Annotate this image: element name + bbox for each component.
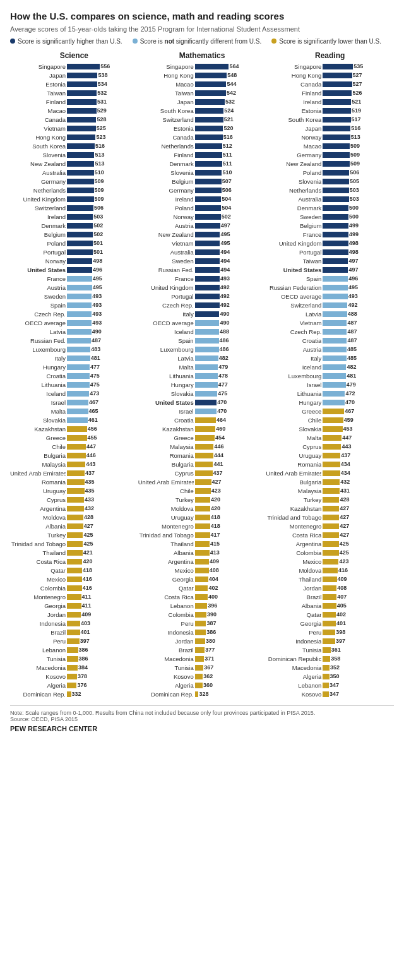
country-name: France xyxy=(138,275,194,282)
score-label: 511 xyxy=(223,152,232,158)
bar-container: 416 xyxy=(323,567,394,573)
score-label: 503 xyxy=(93,213,103,220)
score-label: 360 xyxy=(203,682,213,688)
bar-container: 493 xyxy=(67,311,138,317)
table-row: Kazakhstan427 xyxy=(266,505,394,513)
score-bar xyxy=(323,285,348,290)
score-label: 538 xyxy=(98,72,107,78)
score-bar xyxy=(67,64,100,69)
score-label: 502 xyxy=(93,231,103,237)
score-label: 411 xyxy=(82,594,92,600)
score-label: 481 xyxy=(91,355,100,361)
score-bar xyxy=(323,347,347,352)
bar-container: 456 xyxy=(67,426,138,432)
score-bar xyxy=(67,364,90,370)
score-label: 441 xyxy=(213,461,223,467)
country-name: Germany xyxy=(138,187,194,194)
math-column: Mathematics Singapore564Hong Kong548Maca… xyxy=(138,51,266,699)
score-bar xyxy=(67,232,93,237)
country-name: Malta xyxy=(266,434,321,441)
score-bar xyxy=(323,81,352,87)
bar-container: 431 xyxy=(323,487,394,494)
table-row: Chile447 xyxy=(10,443,138,451)
score-bar xyxy=(67,161,94,167)
country-name: Germany xyxy=(10,178,66,185)
bar-container: 350 xyxy=(323,673,394,679)
score-label: 418 xyxy=(211,523,220,529)
bar-container: 503 xyxy=(323,196,394,202)
bar-container: 492 xyxy=(195,284,266,290)
score-bar xyxy=(323,444,341,450)
score-bar xyxy=(195,532,210,538)
table-row: Costa Rica400 xyxy=(138,593,266,601)
score-label: 427 xyxy=(340,523,349,529)
table-row: Iceland488 xyxy=(138,328,266,336)
table-row: Thailand415 xyxy=(138,540,266,548)
country-name: Thailand xyxy=(10,549,66,556)
table-row: New Zealand509 xyxy=(266,160,394,168)
country-name: South Korea xyxy=(266,116,321,123)
country-name: United Kingdom xyxy=(266,240,321,247)
bar-container: 487 xyxy=(323,337,394,344)
country-name: Croatia xyxy=(266,337,321,344)
bar-container: 492 xyxy=(323,302,394,308)
table-row: Argentina425 xyxy=(266,540,394,548)
score-label: 408 xyxy=(337,585,347,591)
score-label: 495 xyxy=(93,284,102,290)
bar-container: 441 xyxy=(195,461,266,467)
country-name: Lebanon xyxy=(138,602,194,609)
country-name: Kazakhstan xyxy=(10,426,66,433)
score-bar xyxy=(323,241,348,246)
bar-container: 481 xyxy=(67,355,138,361)
country-name: Poland xyxy=(138,205,194,212)
score-bar xyxy=(195,232,220,237)
data-columns: Science Singapore556Japan538Estonia534Ta… xyxy=(10,51,394,699)
score-bar xyxy=(195,285,220,290)
score-bar xyxy=(67,400,88,405)
table-row: Vietnam525 xyxy=(10,124,138,133)
bar-container: 401 xyxy=(67,629,138,635)
country-name: Hungary xyxy=(10,364,66,371)
table-row: Kazakhstan456 xyxy=(10,425,138,433)
country-name: New Zealand xyxy=(138,231,194,238)
bar-container: 416 xyxy=(67,585,138,591)
table-row: Kosovo378 xyxy=(10,672,138,681)
table-row: Georgia404 xyxy=(138,575,266,583)
score-bar xyxy=(195,117,223,122)
table-row: Croatia487 xyxy=(266,337,394,345)
bar-container: 380 xyxy=(195,638,266,644)
score-label: 487 xyxy=(92,337,101,344)
country-name: Czech Rep. xyxy=(138,302,194,309)
bar-container: 416 xyxy=(67,576,138,582)
score-label: 454 xyxy=(215,434,225,441)
score-label: 486 xyxy=(220,337,229,344)
country-name: Estonia xyxy=(138,125,194,132)
score-label: 411 xyxy=(82,602,92,609)
bar-container: 493 xyxy=(67,293,138,299)
table-row: United States470 xyxy=(138,398,266,407)
score-label: 367 xyxy=(204,664,213,671)
score-bar xyxy=(67,338,91,344)
country-name: OECD average xyxy=(266,293,321,300)
score-label: 427 xyxy=(340,514,349,520)
score-label: 564 xyxy=(229,63,239,69)
table-row: Greece467 xyxy=(266,407,394,415)
bar-container: 513 xyxy=(67,152,138,158)
table-row: Vietnam487 xyxy=(266,319,394,327)
score-label: 542 xyxy=(227,90,236,96)
table-row: OECD average493 xyxy=(266,292,394,301)
country-name: Brazil xyxy=(266,594,321,601)
country-name: Kazakhstan xyxy=(266,505,321,512)
table-row: Austria497 xyxy=(138,222,266,230)
table-row: Finland511 xyxy=(138,151,266,159)
country-name: Poland xyxy=(10,240,66,247)
score-label: 499 xyxy=(349,222,359,229)
table-row: Sweden494 xyxy=(138,257,266,265)
legend-dot-same xyxy=(133,39,138,44)
score-bar xyxy=(323,356,347,361)
bar-container: 470 xyxy=(195,399,266,405)
bar-container: 428 xyxy=(67,514,138,520)
score-label: 525 xyxy=(97,125,106,131)
table-row: Luxembourg483 xyxy=(10,345,138,354)
score-label: 396 xyxy=(208,602,217,609)
